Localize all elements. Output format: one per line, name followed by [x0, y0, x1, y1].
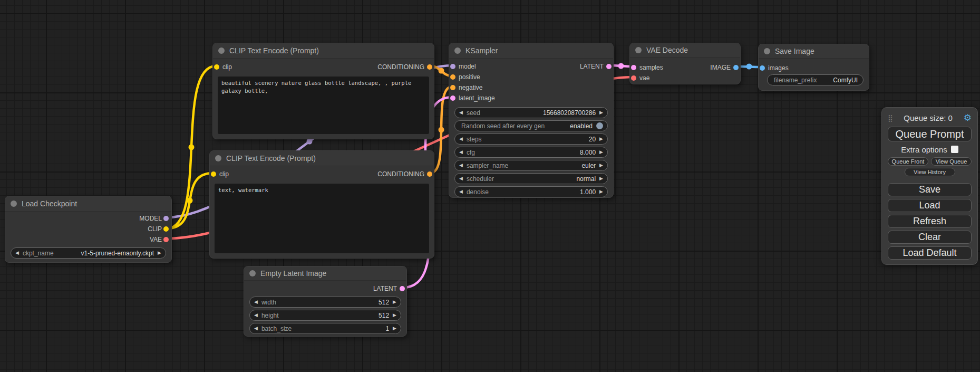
toggle-knob[interactable]	[596, 122, 603, 129]
node-load-checkpoint[interactable]: Load Checkpoint MODEL CLIP VAE ◀ ckpt_na…	[5, 196, 172, 263]
widget-label: width	[261, 299, 379, 306]
collapse-dot-icon[interactable]	[454, 47, 461, 54]
load-button[interactable]: Load	[888, 199, 972, 212]
node-clip-text-encode-positive[interactable]: CLIP Text Encode (Prompt) clip CONDITION…	[212, 43, 434, 139]
node-title-bar[interactable]: KSampler	[449, 43, 613, 59]
input-slot-clip[interactable]	[211, 171, 216, 177]
view-history-button[interactable]: View History	[905, 168, 955, 176]
increment-arrow-icon[interactable]: ▶	[393, 313, 396, 318]
output-slot-conditioning[interactable]	[427, 171, 432, 177]
node-empty-latent-image[interactable]: Empty Latent Image LATENT ◀ width 512 ▶ …	[244, 266, 407, 337]
settings-gear-icon[interactable]: ⚙	[964, 113, 972, 122]
widget-height[interactable]: ◀ height 512 ▶	[249, 310, 401, 321]
save-button[interactable]: Save	[888, 183, 972, 196]
input-label-latent-image: latent_image	[459, 94, 495, 102]
node-clip-text-encode-negative[interactable]: CLIP Text Encode (Prompt) clip CONDITION…	[209, 150, 434, 259]
queue-front-button[interactable]: Queue Front	[888, 157, 928, 166]
widget-random-seed-toggle[interactable]: Random seed after every gen enabled	[454, 120, 608, 131]
widget-width[interactable]: ◀ width 512 ▶	[249, 297, 401, 308]
widget-steps[interactable]: ◀ steps 20 ▶	[454, 133, 608, 145]
increment-arrow-icon[interactable]: ▶	[393, 300, 396, 304]
node-title-bar[interactable]: VAE Decode	[630, 43, 740, 58]
widget-label: seed	[467, 109, 543, 117]
queue-buttons-row: Queue Front View Queue	[888, 157, 972, 166]
increment-arrow-icon[interactable]: ▶	[599, 110, 603, 115]
increment-arrow-icon[interactable]: ▶	[599, 176, 603, 181]
widget-denoise[interactable]: ◀ denoise 1.000 ▶	[454, 186, 608, 197]
output-slot-vae[interactable]	[163, 237, 169, 242]
input-label-clip: clip	[222, 63, 232, 71]
comfyui-canvas[interactable]: { "colors": { "model": "#B39DDB", "clip"…	[0, 0, 980, 372]
decrement-arrow-icon[interactable]: ◀	[459, 163, 463, 168]
output-slot-latent[interactable]	[400, 286, 405, 291]
collapse-dot-icon[interactable]	[764, 48, 770, 54]
output-slot-conditioning[interactable]	[427, 64, 432, 70]
clear-button[interactable]: Clear	[888, 231, 972, 244]
input-slot-model[interactable]	[450, 64, 455, 69]
input-slot-latent-image[interactable]	[450, 96, 455, 101]
decrement-arrow-icon[interactable]: ◀	[254, 326, 258, 331]
prompt-textarea[interactable]: text, watermark	[215, 184, 429, 253]
collapse-dot-icon[interactable]	[11, 201, 17, 207]
output-slot-image[interactable]	[733, 65, 739, 70]
widget-seed[interactable]: ◀ seed 156680208700286 ▶	[454, 107, 608, 118]
input-slot-images[interactable]	[760, 65, 765, 71]
input-label-images: images	[768, 64, 789, 72]
wire-midpoint-dot	[746, 64, 752, 70]
widget-scheduler[interactable]: ◀ scheduler normal ▶	[454, 173, 608, 184]
node-title-bar[interactable]: Empty Latent Image	[244, 266, 406, 281]
drag-handle-icon[interactable]: ⣿	[888, 115, 893, 121]
output-slot-clip[interactable]	[163, 226, 169, 232]
load-default-button[interactable]: Load Default	[888, 246, 972, 260]
prompt-textarea[interactable]: beautiful scenery nature glass bottle la…	[218, 77, 429, 134]
increment-arrow-icon[interactable]: ▶	[599, 189, 603, 194]
increment-arrow-icon[interactable]: ▶	[393, 326, 396, 331]
widget-batch-size[interactable]: ◀ batch_size 1 ▶	[249, 323, 401, 334]
input-slot-positive[interactable]	[450, 74, 455, 80]
collapse-dot-icon[interactable]	[215, 155, 221, 161]
input-label-vae: vae	[639, 74, 649, 82]
refresh-button[interactable]: Refresh	[888, 215, 972, 228]
widget-sampler-name[interactable]: ◀ sampler_name euler ▶	[454, 160, 608, 171]
widget-value: 1.000	[580, 188, 596, 196]
decrement-arrow-icon[interactable]: ◀	[459, 137, 463, 141]
output-label-latent: LATENT	[580, 63, 604, 70]
node-title-bar[interactable]: CLIP Text Encode (Prompt)	[213, 43, 434, 59]
extra-options-checkbox[interactable]	[951, 146, 958, 153]
slot-row: positive	[449, 72, 613, 82]
decrement-arrow-icon[interactable]: ◀	[254, 300, 258, 304]
node-save-image[interactable]: Save Image images filename_prefix ComfyU…	[758, 44, 869, 91]
node-ksampler[interactable]: KSampler model LATENT positive negative …	[449, 43, 614, 198]
node-title-bar[interactable]: Save Image	[759, 44, 869, 59]
input-slot-clip[interactable]	[214, 64, 219, 70]
increment-arrow-icon[interactable]: ▶	[599, 150, 603, 155]
node-title-bar[interactable]: Load Checkpoint	[5, 196, 171, 212]
decrement-arrow-icon[interactable]: ◀	[459, 176, 463, 181]
input-slot-negative[interactable]	[450, 85, 455, 90]
queue-menu-panel[interactable]: ⣿ Queue size: 0 ⚙ Queue Prompt Extra opt…	[881, 107, 978, 265]
view-queue-button[interactable]: View Queue	[931, 157, 972, 166]
collapse-dot-icon[interactable]	[635, 47, 642, 53]
decrement-arrow-icon[interactable]: ◀	[459, 110, 463, 115]
increment-arrow-icon[interactable]: ▶	[158, 251, 161, 255]
output-slot-model[interactable]	[163, 216, 169, 221]
collapse-dot-icon[interactable]	[249, 270, 256, 276]
decrement-arrow-icon[interactable]: ◀	[15, 251, 19, 255]
decrement-arrow-icon[interactable]: ◀	[254, 313, 258, 318]
increment-arrow-icon[interactable]: ▶	[599, 163, 603, 168]
output-slot-latent[interactable]	[606, 64, 612, 69]
node-vae-decode[interactable]: VAE Decode samples IMAGE vae	[629, 43, 741, 84]
input-slot-samples[interactable]	[631, 65, 636, 70]
decrement-arrow-icon[interactable]: ◀	[459, 150, 463, 155]
widget-filename-prefix[interactable]: filename_prefix ComfyUI	[767, 74, 863, 85]
widget-label: denoise	[467, 188, 580, 196]
widget-label: height	[261, 312, 379, 319]
input-slot-vae[interactable]	[631, 75, 636, 81]
queue-prompt-button[interactable]: Queue Prompt	[888, 127, 972, 141]
decrement-arrow-icon[interactable]: ◀	[459, 189, 463, 194]
widget-ckpt-name[interactable]: ◀ ckpt_name v1-5-pruned-emaonly.ckpt ▶	[11, 247, 166, 259]
widget-cfg[interactable]: ◀ cfg 8.000 ▶	[454, 147, 608, 158]
increment-arrow-icon[interactable]: ▶	[599, 137, 603, 141]
node-title-bar[interactable]: CLIP Text Encode (Prompt)	[210, 151, 434, 166]
collapse-dot-icon[interactable]	[218, 47, 225, 54]
